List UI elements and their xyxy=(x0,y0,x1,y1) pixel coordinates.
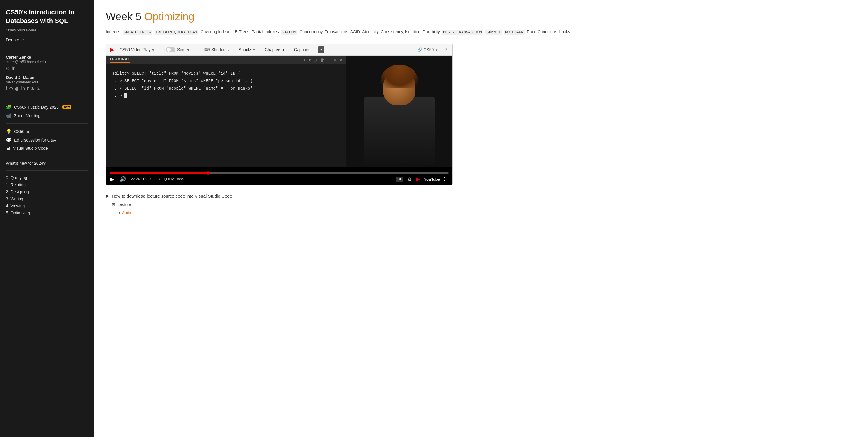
new-badge: new xyxy=(62,105,71,109)
terminal-trash-icon[interactable]: 🗑 xyxy=(320,58,324,62)
external-link-icon: ↗ xyxy=(21,38,24,42)
toc-item-3[interactable]: 3. Writing xyxy=(6,195,88,202)
vscode-icon: 🖥 xyxy=(6,146,10,151)
divider-1 xyxy=(6,51,88,52)
presenter-thumbnail xyxy=(346,56,452,167)
volume-button[interactable]: 🔊 xyxy=(119,175,127,183)
terminal-chevron-icon[interactable]: ▾ xyxy=(309,58,311,62)
donate-link[interactable]: Donate ↗ xyxy=(6,38,88,42)
screen-toggle[interactable]: Screen xyxy=(166,47,190,52)
toggle-knob xyxy=(166,47,171,52)
week-label: Week 5 xyxy=(106,10,141,23)
site-title: CS50's Introduction to Databases with SQ… xyxy=(6,8,88,25)
cs50ai-toolbar-link[interactable]: 🔗 CS50.ai xyxy=(417,47,438,52)
cs50ai-icon: 💡 xyxy=(6,129,12,134)
captions-label: Captions xyxy=(292,46,313,53)
chapter-label: Query Plans xyxy=(164,177,184,181)
bullet-icon: ■ xyxy=(119,211,120,214)
linkedin-icon[interactable]: in xyxy=(12,66,15,71)
person-malan-name: David J. Malan xyxy=(6,75,88,80)
terminal-line1: sqlite> SELECT "title" FROM "movies" WHE… xyxy=(112,70,341,77)
cs50ai-link-icon: 🔗 xyxy=(417,47,422,52)
stackoverflow-icon[interactable]: ⊛ xyxy=(31,86,34,91)
youtube-label[interactable]: YouTube xyxy=(424,177,440,181)
topics-line: Indexes. CREATE INDEX. EXPLAIN QUERY PLA… xyxy=(106,28,856,36)
terminal-ellipsis-icon[interactable]: ··· xyxy=(327,58,331,62)
person-carter-email: carter@cs50.harvard.edu xyxy=(6,60,88,64)
video-controls: ▶ 🔊 22:24 / 1:28:53 • Query Plans CC ⚙ ▶… xyxy=(106,172,452,185)
progress-played xyxy=(110,172,208,174)
controls-row: ▶ 🔊 22:24 / 1:28:53 • Query Plans CC ⚙ ▶… xyxy=(110,175,449,183)
toc-item-4[interactable]: 4. Viewing xyxy=(6,202,88,209)
facebook-icon[interactable]: f xyxy=(6,86,7,91)
lecture-header[interactable]: ⊟ Lecture xyxy=(112,202,856,207)
download-header-label: How to download lecture source code into… xyxy=(112,194,232,199)
instagram-icon[interactable]: ◎ xyxy=(15,86,19,91)
screen-label: Screen xyxy=(177,47,190,52)
terminal-controls: + ▾ ⊟ 🗑 ··· ∨ ✕ xyxy=(303,58,343,62)
terminal-close-icon[interactable]: ✕ xyxy=(339,58,343,62)
keyboard-icon: ⌨ xyxy=(204,47,210,52)
cc-button[interactable]: CC xyxy=(396,176,403,182)
fullscreen-button[interactable]: ⛶ xyxy=(444,176,449,182)
week-subtitle: Optimizing xyxy=(144,10,194,23)
terminal-collapse-icon[interactable]: ∨ xyxy=(334,58,336,62)
progress-bar[interactable] xyxy=(110,172,449,174)
reddit-icon[interactable]: r xyxy=(27,86,29,91)
page-title: Week 5 Optimizing xyxy=(106,10,856,23)
audio-item[interactable]: ■ Audio xyxy=(112,209,856,216)
person-malan: David J. Malan malan@harvard.edu f ⊙ ◎ i… xyxy=(6,75,88,91)
divider-2 xyxy=(6,99,88,99)
terminal-add-icon[interactable]: + xyxy=(303,58,306,62)
donate-label: Donate xyxy=(6,38,19,42)
shortcuts-button[interactable]: ⌨ Shortcuts xyxy=(202,46,231,53)
toggle-switch[interactable] xyxy=(166,47,176,52)
vscode-link[interactable]: 🖥 Visual Studio Code xyxy=(6,144,88,153)
audio-label: Audio xyxy=(122,210,132,215)
linkedin2-icon[interactable]: in xyxy=(21,86,25,91)
video-player-title: CS50 Video Player xyxy=(120,47,154,52)
video-toolbar: ▶ CS50 Video Player · Screen | ⌨ Shortcu… xyxy=(106,44,452,56)
terminal-cursor xyxy=(124,93,127,98)
progress-dot xyxy=(206,171,210,175)
play-button[interactable]: ▶ xyxy=(110,175,115,183)
cs50ai-label: CS50.ai xyxy=(14,129,29,134)
whats-new-link[interactable]: What's new for 2024? xyxy=(6,160,88,167)
external-video-button[interactable]: ↗ xyxy=(443,47,448,53)
toc-item-5[interactable]: 5. Optimizing xyxy=(6,209,88,216)
video-screen: TERMINAL + ▾ ⊟ 🗑 ··· ∨ ✕ sqlite> SELECT … xyxy=(106,56,452,185)
ed-label: Ed Discussion for Q&A xyxy=(14,138,56,142)
chapters-button[interactable]: Chapters ▾ xyxy=(262,46,286,53)
ocw-label: OpenCourseWare xyxy=(6,28,88,32)
toolbar-sep2: | xyxy=(195,47,196,52)
twitter-icon[interactable]: 𝕏 xyxy=(36,86,40,91)
divider-5 xyxy=(6,170,88,171)
toc-item-1[interactable]: 1. Relating xyxy=(6,181,88,188)
download-section: ▶ How to download lecture source code in… xyxy=(106,193,856,216)
lecture-label: Lecture xyxy=(118,202,131,207)
vscode-label: Visual Studio Code xyxy=(13,146,48,150)
lecture-section: ⊟ Lecture ■ Audio xyxy=(106,202,856,216)
zoom-meetings-link[interactable]: 📹 Zoom Meetings xyxy=(6,111,88,120)
terminal-split-icon[interactable]: ⊟ xyxy=(313,58,317,62)
expand-arrow-icon: ▶ xyxy=(106,193,109,199)
divider-4 xyxy=(6,156,88,156)
download-header[interactable]: ▶ How to download lecture source code in… xyxy=(106,193,856,199)
ed-discussion-link[interactable]: 💬 Ed Discussion for Q&A xyxy=(6,136,88,144)
puzzle-icon: 🧩 xyxy=(6,104,12,110)
settings-icon[interactable]: ⚙ xyxy=(408,176,412,182)
snacks-button[interactable]: Snacks ▾ xyxy=(236,46,257,53)
terminal-body: sqlite> SELECT "title" FROM "movies" WHE… xyxy=(106,65,346,167)
cs50ai-link[interactable]: 💡 CS50.ai xyxy=(6,127,88,136)
chapters-chevron-icon: ▾ xyxy=(283,48,284,52)
puzzle-day-link[interactable]: 🧩 CS50x Puzzle Day 2025 new xyxy=(6,103,88,111)
video-container: ▶ CS50 Video Player · Screen | ⌨ Shortcu… xyxy=(106,44,453,185)
toc-item-0[interactable]: 0. Querying xyxy=(6,174,88,181)
toc-item-2[interactable]: 2. Designing xyxy=(6,188,88,195)
terminal-title: TERMINAL xyxy=(110,57,130,63)
github-icon[interactable]: ⊙ xyxy=(6,66,10,71)
collapse-icon: ⊟ xyxy=(112,202,115,207)
github2-icon[interactable]: ⊙ xyxy=(9,86,13,91)
captions-dropdown[interactable]: ▾ xyxy=(318,46,324,53)
youtube-logo-icon: ▶ xyxy=(416,176,420,182)
